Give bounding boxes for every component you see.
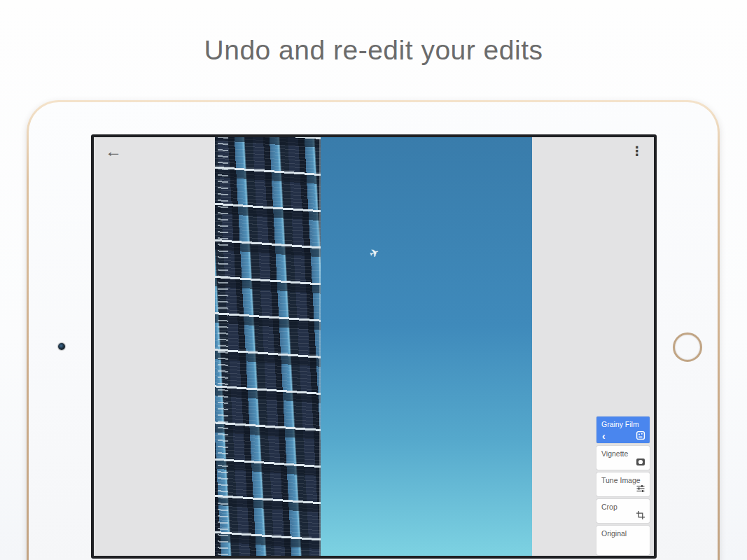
home-button[interactable]: [673, 332, 702, 362]
history-item-label: Original: [596, 526, 650, 538]
history-item-label: Crop: [596, 499, 650, 511]
overflow-menu-button[interactable]: ⋮: [629, 141, 645, 162]
history-item-label: Tune Image: [596, 472, 650, 484]
front-camera: [58, 343, 65, 350]
history-item-vignette[interactable]: Vignette: [596, 446, 650, 470]
history-item-grainy-film[interactable]: Grainy Film ‹: [596, 416, 650, 443]
chevron-left-icon[interactable]: ‹: [602, 431, 606, 441]
tune-icon: [636, 484, 645, 493]
crop-icon: [636, 510, 645, 520]
building-facade: [215, 137, 321, 556]
ipad-frame: ✈ ← ⋮ Grainy Film ‹: [27, 100, 720, 560]
editor-canvas-area: ✈ ← ⋮ Grainy Film ‹: [94, 137, 654, 556]
vignette-icon: [636, 457, 645, 467]
page-title: Undo and re-edit your edits: [0, 35, 747, 66]
back-button[interactable]: ←: [102, 140, 125, 162]
airplane-icon: ✈: [368, 245, 382, 261]
history-item-label: Vignette: [596, 446, 650, 458]
three-dot-menu-icon: ⋮: [631, 144, 643, 158]
back-arrow-icon: ←: [105, 141, 122, 160]
app-screen: ✈ ← ⋮ Grainy Film ‹: [91, 134, 657, 559]
building-corner-highlight: [319, 137, 321, 556]
history-item-label: Grainy Film: [596, 416, 650, 428]
photo-canvas: ✈: [215, 137, 532, 556]
edit-history-panel: Grainy Film ‹ Vignette: [596, 416, 650, 558]
history-item-crop[interactable]: Crop: [596, 499, 650, 523]
building-ladder-detail: [218, 137, 228, 556]
history-item-original[interactable]: Original: [596, 526, 650, 555]
grainy-film-icon: [636, 430, 645, 440]
history-item-tune-image[interactable]: Tune Image: [596, 472, 650, 496]
